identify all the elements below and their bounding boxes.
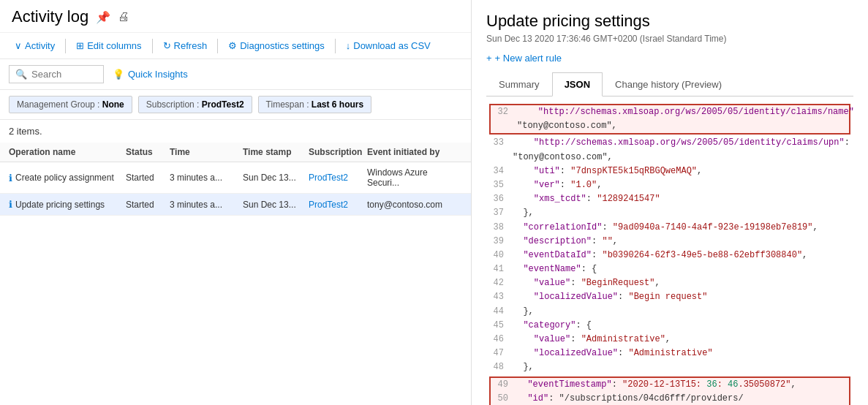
- table-row[interactable]: ℹ Update pricing settings Started 3 minu…: [0, 194, 471, 216]
- line-number: 40: [492, 249, 513, 262]
- diagnostics-button[interactable]: ⚙ Diagnostics settings: [222, 37, 331, 54]
- json-content: "value": "Administrative",: [513, 333, 848, 347]
- line-number: 35: [492, 178, 513, 192]
- json-line: 50 "id": "/subscriptions/04cd6fff/provid…: [491, 392, 849, 405]
- json-content: "eventDataId": "b0390264-62f3-49e5-be88-…: [513, 249, 848, 262]
- json-line: "tony@contoso.com",: [486, 151, 853, 164]
- json-line: 44 },: [486, 305, 853, 319]
- search-icon: 🔍: [15, 69, 27, 80]
- edit-columns-button[interactable]: ⊞ Edit columns: [70, 37, 147, 54]
- line-number: [492, 151, 513, 164]
- json-content: "localizedValue": "Begin request": [513, 290, 848, 304]
- toolbar: ∨ Activity ⊞ Edit columns ↻ Refresh ⚙ Di…: [0, 33, 471, 59]
- filters-bar: Management Group : None Subscription : P…: [0, 90, 471, 120]
- line-number: 33: [492, 136, 513, 150]
- line-number: 39: [492, 235, 513, 249]
- subscription-filter[interactable]: Subscription : ProdTest2: [138, 96, 252, 113]
- line-number: 47: [492, 347, 513, 360]
- search-box[interactable]: 🔍: [9, 65, 104, 83]
- col-operation-name: Operation name: [9, 147, 126, 157]
- col-subscription: Subscription: [309, 147, 367, 157]
- json-content: "tony@contoso.com",: [513, 151, 848, 164]
- json-viewer: 32 "http://schemas.xmlsoap.org/ws/2005/0…: [486, 96, 853, 405]
- json-content: "eventName": {: [513, 262, 848, 276]
- json-line: 37 },: [486, 206, 853, 220]
- line-number: 37: [492, 206, 513, 220]
- json-line: 41 "eventName": {: [486, 262, 853, 276]
- separator: [217, 39, 218, 53]
- separator: [152, 39, 153, 53]
- lightbulb-icon: 💡: [113, 69, 124, 80]
- json-content: "id": "/subscriptions/04cd6fff/providers…: [517, 392, 843, 405]
- line-number: 34: [492, 164, 513, 178]
- json-content: },: [513, 305, 848, 319]
- json-content: "xms_tcdt": "1289241547": [513, 192, 848, 206]
- detail-subtitle: Sun Dec 13 2020 17:36:46 GMT+0200 (Israe…: [486, 34, 853, 44]
- json-line: 39 "description": "",: [486, 235, 853, 249]
- json-content: },: [513, 360, 848, 374]
- left-panel: Activity log 📌 🖨 ∨ Activity ⊞ Edit colum…: [0, 0, 472, 405]
- json-line: 42 "value": "BeginRequest",: [486, 276, 853, 290]
- json-line: 33 "http://schemas.xmlsoap.org/ws/2005/0…: [486, 136, 853, 150]
- col-status: Status: [126, 147, 170, 157]
- separator: [335, 39, 336, 53]
- pin-icon[interactable]: 📌: [96, 10, 110, 24]
- page-title: Activity log: [12, 7, 88, 26]
- tab-json[interactable]: JSON: [552, 72, 603, 96]
- json-content: "eventTimestamp": "2020-12-13T15: 36: 46…: [517, 378, 843, 392]
- json-line: 32 "http://schemas.xmlsoap.org/ws/2005/0…: [491, 105, 849, 119]
- line-number: 42: [492, 276, 513, 290]
- refresh-icon: ↻: [163, 40, 171, 51]
- json-content: "category": {: [513, 319, 848, 333]
- line-number: 36: [492, 192, 513, 206]
- line-number: 43: [492, 290, 513, 304]
- json-line: 48 },: [486, 360, 853, 374]
- subscription-link[interactable]: ProdTest2: [309, 173, 367, 183]
- operation-name-cell: ℹ Create policy assignment: [9, 173, 126, 183]
- chevron-down-icon: ∨: [15, 40, 22, 51]
- tab-change-history[interactable]: Change history (Preview): [603, 72, 734, 96]
- right-panel: Update pricing settings Sun Dec 13 2020 …: [472, 0, 868, 405]
- activity-button[interactable]: ∨ Activity: [9, 37, 61, 54]
- json-line: 36 "xms_tcdt": "1289241547": [486, 192, 853, 206]
- download-icon: ↓: [346, 40, 351, 51]
- json-content: "localizedValue": "Administrative": [513, 347, 848, 360]
- management-group-filter[interactable]: Management Group : None: [9, 96, 132, 113]
- refresh-button[interactable]: ↻ Refresh: [157, 37, 214, 54]
- json-content: "http://schemas.xmlsoap.org/ws/2005/05/i…: [513, 136, 850, 150]
- json-content: },: [513, 206, 848, 220]
- plus-icon: +: [486, 53, 492, 64]
- json-content: "ver": "1.0",: [513, 178, 848, 192]
- tab-summary[interactable]: Summary: [486, 72, 552, 96]
- line-number: 32: [497, 105, 517, 119]
- item-count: 2 items.: [0, 120, 471, 143]
- quick-insights-button[interactable]: 💡 Quick Insights: [113, 69, 188, 80]
- detail-title: Update pricing settings: [486, 12, 853, 31]
- table-row[interactable]: ℹ Create policy assignment Started 3 min…: [0, 162, 471, 194]
- subscription-link[interactable]: ProdTest2: [309, 200, 367, 210]
- json-line: 34 "uti": "7dnspKTE5k15qRBGQweMAQ",: [486, 164, 853, 178]
- json-line: 47 "localizedValue": "Administrative": [486, 347, 853, 360]
- timespan-filter[interactable]: Timespan : Last 6 hours: [258, 96, 372, 113]
- json-content: "uti": "7dnspKTE5k15qRBGQweMAQ",: [513, 164, 848, 178]
- new-alert-button[interactable]: + + New alert rule: [486, 53, 853, 64]
- line-number: [497, 119, 517, 133]
- line-number: 45: [492, 319, 513, 333]
- download-button[interactable]: ↓ Download as CSV: [340, 37, 437, 54]
- search-bar: 🔍 💡 Quick Insights: [0, 59, 471, 90]
- detail-tabs: Summary JSON Change history (Preview): [486, 72, 853, 96]
- line-number: 48: [492, 360, 513, 374]
- line-number: 44: [492, 305, 513, 319]
- json-line: 45 "category": {: [486, 319, 853, 333]
- info-icon: ℹ: [9, 173, 12, 183]
- line-number: 49: [497, 378, 517, 392]
- json-content: "tony@contoso.com",: [517, 119, 843, 133]
- title-bar: Activity log 📌 🖨: [0, 0, 471, 33]
- json-line: 40 "eventDataId": "b0390264-62f3-49e5-be…: [486, 249, 853, 262]
- json-content: "http://schemas.xmlsoap.org/ws/2005/05/i…: [517, 105, 853, 119]
- json-line: 35 "ver": "1.0",: [486, 178, 853, 192]
- print-icon[interactable]: 🖨: [118, 10, 129, 23]
- json-content: "value": "BeginRequest",: [513, 276, 848, 290]
- gear-icon: ⚙: [228, 40, 237, 51]
- search-input[interactable]: [31, 69, 97, 80]
